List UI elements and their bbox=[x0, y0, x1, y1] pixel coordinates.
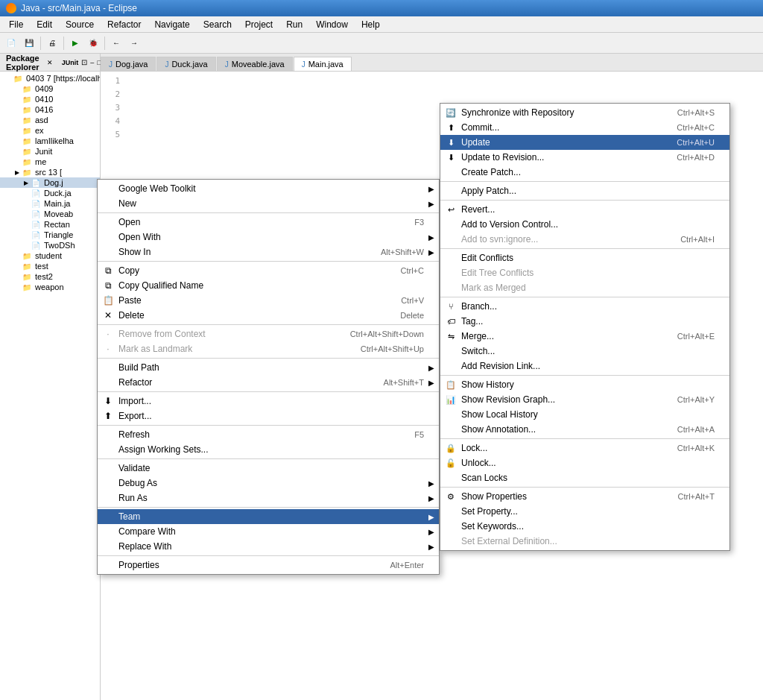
menu-item-compare-with[interactable]: Compare With▶ bbox=[98, 524, 439, 539]
tree-item[interactable]: ▶📄Duck.ja bbox=[0, 188, 100, 198]
menu-item-open-with[interactable]: Open With▶ bbox=[98, 230, 439, 245]
toolbar-run[interactable]: ▶ bbox=[67, 35, 83, 51]
submenu-item-show-revision-graph---[interactable]: 📊Show Revision Graph...Ctrl+Alt+Y bbox=[440, 392, 729, 407]
menu-item-refresh[interactable]: RefreshF5 bbox=[98, 427, 439, 442]
submenu-item-update[interactable]: ⬇UpdateCtrl+Alt+U bbox=[440, 135, 729, 150]
close-left-panel[interactable]: ⊡ bbox=[81, 58, 87, 66]
menu-item-icon: 📋 bbox=[102, 294, 114, 306]
toolbar-back[interactable]: ← bbox=[108, 35, 124, 51]
toolbar-debug[interactable]: 🐞 bbox=[85, 35, 101, 51]
submenu-item-show-history[interactable]: 📋Show History bbox=[440, 377, 729, 392]
menu-item-build-path[interactable]: Build Path▶ bbox=[98, 360, 439, 375]
toolbar-print[interactable]: 🖨 bbox=[44, 35, 60, 51]
toolbar-save[interactable]: 💾 bbox=[21, 35, 37, 51]
tab-duck-java[interactable]: J Duck.java bbox=[156, 57, 215, 71]
menu-navigate[interactable]: Navigate bbox=[148, 18, 195, 31]
submenu-item-create-patch---[interactable]: Create Patch... bbox=[440, 165, 729, 180]
tree-arrow: ▶ bbox=[15, 169, 19, 176]
tree-item[interactable]: ▶📁ex bbox=[0, 125, 100, 136]
menu-search[interactable]: Search bbox=[197, 18, 238, 31]
tree-item[interactable]: ▶📄TwoDSh bbox=[0, 240, 100, 250]
close-package-explorer[interactable]: ✕ bbox=[47, 59, 53, 66]
tree-item[interactable]: ▶📁test bbox=[0, 261, 100, 271]
submenu-item-switch---[interactable]: Switch... bbox=[440, 344, 729, 359]
submenu-item-commit---[interactable]: ⬆Commit...Ctrl+Alt+C bbox=[440, 120, 729, 135]
submenu-item-lock---[interactable]: 🔒Lock...Ctrl+Alt+K bbox=[440, 441, 729, 455]
menu-item-delete[interactable]: ✕DeleteDelete bbox=[98, 308, 439, 323]
tree-item[interactable]: ▶📄Main.ja bbox=[0, 198, 100, 209]
menu-run[interactable]: Run bbox=[280, 18, 308, 31]
tree-item[interactable]: ▶📁asd bbox=[0, 115, 100, 125]
tree-item[interactable]: ▶📁0409 bbox=[0, 83, 100, 94]
tree-label: Triangle bbox=[44, 230, 73, 239]
submenu-item-edit-conflicts[interactable]: Edit Conflicts bbox=[440, 250, 729, 265]
menu-item-new[interactable]: New▶ bbox=[98, 196, 439, 211]
menu-item-paste[interactable]: 📋PasteCtrl+V bbox=[98, 293, 439, 308]
tree-item[interactable]: ▶📁0403 7 [https://localhost/svn/svn: 040… bbox=[0, 73, 100, 83]
toolbar-new[interactable]: 📄 bbox=[3, 35, 19, 51]
tab-junit[interactable]: JUnit bbox=[62, 59, 79, 66]
context-menu-main: Google Web Toolkit▶New▶OpenF3Open With▶S… bbox=[97, 179, 440, 575]
menu-item-copy-qualified-name[interactable]: ⧉Copy Qualified Name bbox=[98, 278, 439, 293]
toolbar-forward[interactable]: → bbox=[126, 35, 142, 51]
submenu-item-apply-patch---[interactable]: Apply Patch... bbox=[440, 183, 729, 198]
submenu-item-revert---[interactable]: ↩Revert... bbox=[440, 202, 729, 217]
tree-item[interactable]: ▶📄Triangle bbox=[0, 230, 100, 240]
tab-dog-java[interactable]: J Dog.java bbox=[101, 57, 156, 71]
submenu-item-merge---[interactable]: ⇋Merge...Ctrl+Alt+E bbox=[440, 329, 729, 344]
pkg-icon: 📁 bbox=[22, 148, 31, 156]
menu-separator bbox=[98, 391, 439, 392]
submenu-item-add-revision-link---[interactable]: Add Revision Link... bbox=[440, 359, 729, 373]
tree-item[interactable]: ▶📁test2 bbox=[0, 271, 100, 282]
submenu-item-add-to-version-control---[interactable]: Add to Version Control... bbox=[440, 217, 729, 232]
menu-help[interactable]: Help bbox=[355, 18, 386, 31]
menu-refactor[interactable]: Refactor bbox=[101, 18, 147, 31]
menu-edit[interactable]: Edit bbox=[31, 18, 58, 31]
menu-item-open[interactable]: OpenF3 bbox=[98, 215, 439, 230]
tab-package-explorer[interactable]: Package Explorer bbox=[3, 53, 42, 72]
menu-source[interactable]: Source bbox=[60, 18, 100, 31]
menu-item-team[interactable]: Team▶ bbox=[98, 509, 439, 524]
menu-item-replace-with[interactable]: Replace With▶ bbox=[98, 539, 439, 554]
menu-window[interactable]: Window bbox=[310, 18, 354, 31]
menu-project[interactable]: Project bbox=[239, 18, 279, 31]
menu-file[interactable]: File bbox=[3, 18, 29, 31]
menu-item-properties[interactable]: PropertiesAlt+Enter bbox=[98, 558, 439, 573]
submenu-item-unlock---[interactable]: 🔓Unlock... bbox=[440, 455, 729, 470]
submenu-item-set-property---[interactable]: Set Property... bbox=[440, 504, 729, 519]
submenu-item-update-to-revision---[interactable]: ⬇Update to Revision...Ctrl+Alt+D bbox=[440, 150, 729, 165]
tree-item[interactable]: ▶📁0416 bbox=[0, 104, 100, 115]
menu-item-debug-as[interactable]: Debug As▶ bbox=[98, 476, 439, 491]
submenu-item-tag---[interactable]: 🏷Tag... bbox=[440, 314, 729, 329]
menu-item-assign-working-sets---[interactable]: Assign Working Sets... bbox=[98, 442, 439, 457]
tree-item[interactable]: ▶📁weapon bbox=[0, 282, 100, 292]
tree-item[interactable]: ▶📄Dog.j bbox=[0, 177, 100, 188]
tab-moveable-java[interactable]: J Moveable.java bbox=[217, 57, 293, 71]
submenu-item-synchronize-with-repository[interactable]: 🔄Synchronize with RepositoryCtrl+Alt+S bbox=[440, 105, 729, 120]
tree-item[interactable]: ▶📁src 13 [ bbox=[0, 167, 100, 177]
menu-item-refactor[interactable]: RefactorAlt+Shift+T▶ bbox=[98, 375, 439, 390]
submenu-item-show-properties[interactable]: ⚙Show PropertiesCtrl+Alt+T bbox=[440, 489, 729, 504]
tree-item[interactable]: ▶📁0410 bbox=[0, 94, 100, 104]
submenu-item-show-annotation---[interactable]: Show Annotation...Ctrl+Alt+A bbox=[440, 422, 729, 437]
menu-item-google-web-toolkit[interactable]: Google Web Toolkit▶ bbox=[98, 181, 439, 196]
menu-item-remove-from-context: ·Remove from ContextCtrl+Alt+Shift+Down bbox=[98, 327, 439, 341]
menu-item-copy[interactable]: ⧉CopyCtrl+C bbox=[98, 263, 439, 278]
submenu-item-set-keywords---[interactable]: Set Keywords... bbox=[440, 519, 729, 534]
submenu-item-scan-locks[interactable]: Scan Locks bbox=[440, 470, 729, 485]
tree-item[interactable]: ▶📄Rectan bbox=[0, 219, 100, 230]
menu-item-show-in[interactable]: Show InAlt+Shift+W▶ bbox=[98, 245, 439, 259]
menu-item-run-as[interactable]: Run As▶ bbox=[98, 491, 439, 505]
menu-item-validate[interactable]: Validate bbox=[98, 461, 439, 476]
minimize-panel[interactable]: – bbox=[90, 59, 94, 66]
tree-item[interactable]: ▶📁me bbox=[0, 157, 100, 167]
menu-item-import---[interactable]: ⬇Import... bbox=[98, 394, 439, 409]
tab-main-java[interactable]: J Main.java bbox=[294, 57, 352, 71]
submenu-item-branch---[interactable]: ⑂Branch... bbox=[440, 299, 729, 314]
tree-item[interactable]: ▶📁Junit bbox=[0, 146, 100, 157]
tree-item[interactable]: ▶📁student bbox=[0, 250, 100, 261]
tree-item[interactable]: ▶📄Moveab bbox=[0, 209, 100, 219]
submenu-item-show-local-history[interactable]: Show Local History bbox=[440, 407, 729, 422]
tree-item[interactable]: ▶📁lamIlikelha bbox=[0, 136, 100, 146]
menu-item-export---[interactable]: ⬆Export... bbox=[98, 409, 439, 423]
